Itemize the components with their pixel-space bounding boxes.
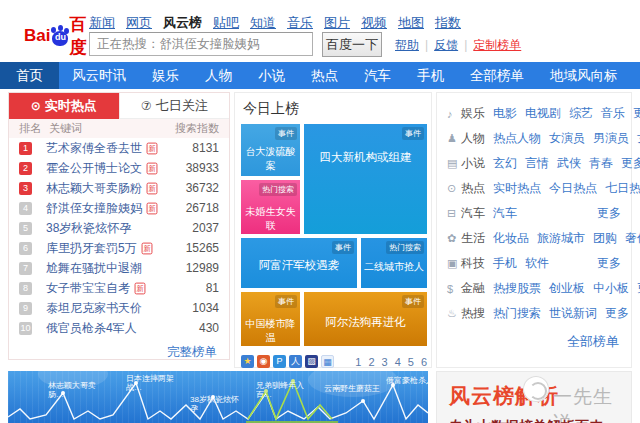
baidu-paw-icon: du <box>51 27 68 46</box>
trend-chart-banner[interactable]: 林志颖大哥卖肠… 日本连摔两架战… 38岁秋瓷炫怀孕 兄弟驯蜂年入百… 云南野生… <box>8 371 428 423</box>
category-link[interactable]: 男演员 <box>593 130 629 147</box>
category-link[interactable]: 电影 <box>493 105 517 122</box>
page-1[interactable]: 1 <box>355 356 361 368</box>
top-nav-tieba[interactable]: 贴吧 <box>213 15 239 30</box>
category-link[interactable]: 中小板 <box>593 280 629 297</box>
category-link[interactable]: 女演员 <box>549 130 585 147</box>
nav-hot[interactable]: 热点 <box>298 62 351 89</box>
more-link[interactable]: 更多 <box>621 155 640 172</box>
nav-crowd[interactable]: 人群风向标 <box>631 62 640 89</box>
treemap-block[interactable]: 事件阿尔法狗再进化 <box>304 292 427 346</box>
nav-home[interactable]: 首页 <box>0 62 59 89</box>
top-nav-index[interactable]: 指数 <box>435 15 461 30</box>
category-link[interactable]: 奢侈品 <box>625 230 640 247</box>
category-link[interactable]: 热门搜索 <box>493 305 541 322</box>
treemap-block[interactable]: 事件台大泼硫酸案 <box>241 124 300 176</box>
top-nav-news[interactable]: 新闻 <box>89 15 115 30</box>
full-list-link[interactable]: 完整榜单 <box>167 345 217 359</box>
keyword-link[interactable]: 霍金公开博士论文 <box>46 160 142 177</box>
keyword-link[interactable]: 林志颖大哥卖肠粉 <box>46 180 142 197</box>
top-nav-fengyunbang[interactable]: 风云榜 <box>163 15 202 30</box>
page-2[interactable]: 2 <box>368 356 374 368</box>
treemap-block[interactable]: 事件四大新机构或组建 <box>304 124 427 234</box>
star-icon[interactable]: ★ <box>241 355 254 368</box>
search-button[interactable]: 百度一下 <box>322 32 382 57</box>
all-lists-link[interactable]: 全部榜单 <box>567 334 619 349</box>
category-link[interactable]: 玄幻 <box>493 155 517 172</box>
category-link[interactable]: 言情 <box>525 155 549 172</box>
keyword-link[interactable]: 女子带宝宝自考 <box>46 280 130 297</box>
keyword-link[interactable]: 库里扔牙套罚5万 <box>46 240 137 257</box>
category-link[interactable]: 热搜股票 <box>493 280 541 297</box>
nav-entertainment[interactable]: 娱乐 <box>139 62 192 89</box>
category-link[interactable]: 武侠 <box>557 155 581 172</box>
category-link[interactable]: 电视剧 <box>525 105 561 122</box>
nav-car[interactable]: 汽车 <box>351 62 404 89</box>
custom-list-link[interactable]: 定制榜单 <box>473 38 521 52</box>
tab-seven-day[interactable]: ⑦七日关注 <box>119 93 230 119</box>
category-link[interactable]: 软件 <box>525 255 549 272</box>
keyword-link[interactable]: 艺术家傅全香去世 <box>46 140 142 157</box>
category-link[interactable]: 创业板 <box>549 280 585 297</box>
category-link[interactable]: 热点人物 <box>493 130 541 147</box>
feedback-link[interactable]: 反馈 <box>434 38 458 52</box>
more-link[interactable]: 更多 <box>597 255 621 272</box>
new-badge: 新 <box>147 162 158 174</box>
category-link[interactable]: 实时热点 <box>493 180 541 197</box>
category-link[interactable]: 青春 <box>589 155 613 172</box>
page-5[interactable]: 5 <box>408 356 414 368</box>
keyword-link[interactable]: 尬舞在骚扰中退潮 <box>46 260 142 277</box>
book-icon: ▤ <box>447 157 461 170</box>
nav-phone[interactable]: 手机 <box>404 62 457 89</box>
fengyunbang-analysis-promo[interactable]: 风云榜解析 一先生说 专为大数据榜单解析而来 <box>436 371 632 423</box>
category-link[interactable]: 化妆品 <box>493 230 529 247</box>
search-index-value: 26718 <box>186 201 219 215</box>
category-link[interactable]: 汽车 <box>493 205 517 222</box>
page-4[interactable]: 4 <box>395 356 401 368</box>
keyword-link[interactable]: 俄官员枪杀4军人 <box>46 320 137 337</box>
help-link[interactable]: 帮助 <box>395 38 419 52</box>
tab-realtime-hot[interactable]: ⊙实时热点 <box>9 93 119 119</box>
category-link[interactable]: 世说新词 <box>549 305 597 322</box>
nav-people[interactable]: 人物 <box>192 62 245 89</box>
keyword-link[interactable]: 舒淇侄女撞脸姨妈 <box>46 200 142 217</box>
category-link[interactable]: 今日热点 <box>549 180 597 197</box>
banner-label: 38岁秋瓷炫怀孕 <box>190 395 246 413</box>
briefcase-icon[interactable]: ▨ <box>305 355 318 368</box>
camera-icon[interactable]: ◉ <box>257 355 270 368</box>
nav-region[interactable]: 地域风向标 <box>537 62 631 89</box>
top-nav-web[interactable]: 网页 <box>126 15 152 30</box>
top-nav-zhidao[interactable]: 知道 <box>250 15 276 30</box>
search-index-value: 38933 <box>186 161 219 175</box>
top-nav-music[interactable]: 音乐 <box>287 15 313 30</box>
treemap-block[interactable]: 热门搜索未婚生女失联 <box>241 180 300 234</box>
keyword-link[interactable]: 泰坦尼克家书天价 <box>46 300 142 317</box>
category-link[interactable]: 综艺 <box>569 105 593 122</box>
more-link[interactable]: 更多 <box>605 305 629 322</box>
person-icon[interactable]: 人 <box>289 355 302 368</box>
page-3[interactable]: 3 <box>382 356 388 368</box>
category-link[interactable]: 七日热点 <box>605 180 640 197</box>
more-link[interactable]: 更多 <box>597 205 621 222</box>
top-nav-video[interactable]: 视频 <box>361 15 387 30</box>
page-6[interactable]: 6 <box>421 356 427 368</box>
new-badge: 新 <box>147 202 158 214</box>
top-nav-map[interactable]: 地图 <box>398 15 424 30</box>
treemap-block[interactable]: 热门搜索二线城市抢人 <box>361 238 427 288</box>
search-input[interactable] <box>89 32 313 56</box>
treemap-block[interactable]: 事件中国楼市降温 <box>241 292 300 346</box>
nav-all-lists[interactable]: 全部榜单 <box>457 62 537 89</box>
search-icon[interactable]: P <box>273 355 286 368</box>
nav-fengyun-news[interactable]: 风云时讯 <box>59 62 139 89</box>
category-link[interactable]: 手机 <box>493 255 517 272</box>
keyword-link[interactable]: 38岁秋瓷炫怀孕 <box>46 220 131 237</box>
more-link[interactable]: 更多 <box>633 105 640 122</box>
category-link[interactable]: 音乐 <box>601 105 625 122</box>
treemap-block[interactable]: 事件阿富汗军校遇袭 <box>241 238 357 288</box>
category-link[interactable]: 团购 <box>593 230 617 247</box>
category-link[interactable]: 旅游城市 <box>537 230 585 247</box>
dollar-icon: $ <box>447 283 461 295</box>
grid-icon[interactable]: ▦ <box>321 355 334 368</box>
top-nav-image[interactable]: 图片 <box>324 15 350 30</box>
nav-novel[interactable]: 小说 <box>245 62 298 89</box>
